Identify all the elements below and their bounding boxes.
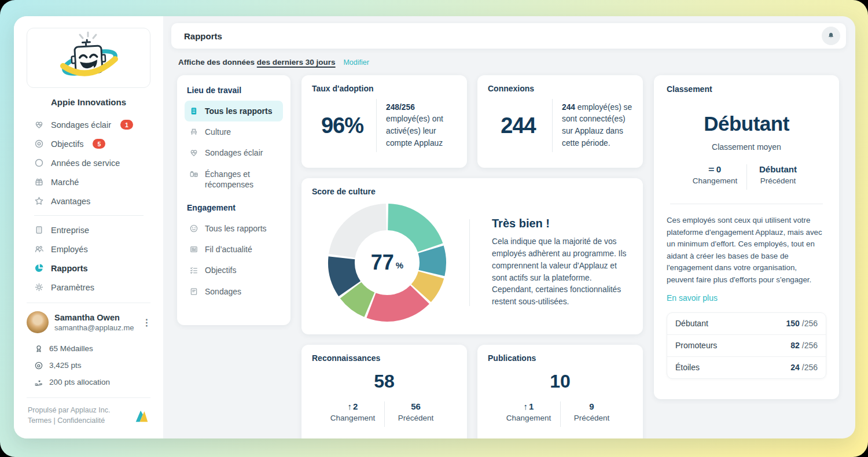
legal-links[interactable]: Termes | Confidencialité <box>28 416 110 426</box>
sidebar-footer: Propulsé par Applauz Inc. Termes | Confi… <box>27 397 150 426</box>
target-icon <box>34 139 44 149</box>
recognitions-value: 58 <box>312 371 457 392</box>
company-name: Appie Innovations <box>27 97 150 107</box>
sidebar-item-objectifs[interactable]: Objectifs 5 <box>27 134 150 153</box>
checklist-icon <box>189 266 198 275</box>
publications-title: Publications <box>488 353 632 363</box>
notification-badge: 1 <box>120 120 133 130</box>
table-row: Promoteurs 82 /256 <box>667 334 826 356</box>
sidebar-item-avantages[interactable]: Avantages <box>27 191 150 211</box>
avatar <box>27 311 49 333</box>
ranking-level: Débutant <box>667 112 826 135</box>
star-icon <box>34 196 44 206</box>
learn-more-link[interactable]: En savoir plus <box>667 293 718 303</box>
stat-allocation: 200 pts allocation <box>27 374 150 390</box>
notifications-button[interactable] <box>822 27 840 45</box>
content-grid: Lieu de travail Tous les rapports Cultur… <box>177 75 846 438</box>
sidebar: Appie Innovations Sondages éclair 1 Obje… <box>14 16 163 438</box>
main-area: Rapports Affiche des données des dernier… <box>163 16 855 438</box>
chair-icon <box>189 127 198 137</box>
screen: Appie Innovations Sondages éclair 1 Obje… <box>0 0 868 457</box>
points-icon <box>34 361 43 370</box>
sidebar-item-entreprise[interactable]: Entreprise <box>27 220 150 239</box>
donut-center-label: 77 % <box>326 201 448 324</box>
stat-medals: 65 Médailles <box>27 340 150 357</box>
user-card: Samantha Owen samantha@applauz.me ⋮ 65 M… <box>27 303 150 390</box>
modify-link[interactable]: Modifier <box>343 58 369 67</box>
user-name: Samantha Owen <box>54 313 134 322</box>
culture-description: Cela indique que la majorité de vos empl… <box>492 236 630 308</box>
publications-value: 10 <box>488 371 632 392</box>
building-icon <box>34 225 44 235</box>
ranking-subtitle: Classement moyen <box>667 142 826 152</box>
divider <box>670 204 823 204</box>
sidebar-nav-secondary: Entreprise Employés Rapports Paramètres <box>27 220 150 297</box>
page-title: Rapports <box>184 31 222 41</box>
section-title-lieu-de-travail: Lieu de travail <box>187 86 281 95</box>
equals-icon: = <box>708 164 715 174</box>
divider <box>552 99 553 152</box>
adoption-description: 248/256 employé(es) ont activé(es) leur … <box>386 102 457 150</box>
medal-icon <box>34 344 43 353</box>
report-nav-item-fil-dactualite[interactable]: Fil d’actualité <box>185 239 283 260</box>
ranking-previous: Débutant Précédent <box>747 164 810 190</box>
section-title-engagement: Engagement <box>187 203 281 212</box>
connections-value: 244 <box>488 113 549 138</box>
adoption-card: Taux d'adoption 96% 248/256 employé(es) … <box>301 75 467 168</box>
app-window: Appie Innovations Sondages éclair 1 Obje… <box>14 16 855 438</box>
ranking-card: Classement Débutant Classement moyen =0 … <box>654 75 839 399</box>
gear-icon <box>34 282 44 292</box>
arrow-up-icon: ↑ <box>348 401 352 411</box>
divider <box>376 99 377 152</box>
table-row: Étoiles 24 /256 <box>667 356 826 378</box>
ranking-description: Ces employés sont ceux qui utilisent vot… <box>667 215 826 286</box>
company-logo-card <box>27 28 150 88</box>
report-nav-item-sondages-eclair[interactable]: Sondages éclair <box>185 142 283 163</box>
adoption-title: Taux d'adoption <box>312 84 457 93</box>
ring-icon <box>34 158 44 168</box>
applauz-logo-icon <box>134 409 149 423</box>
connections-description: 244 employé(es) se sont connecté(es) sur… <box>562 102 632 150</box>
report-nav-item-eng-objectifs[interactable]: Objectifs <box>185 260 283 281</box>
sidebar-item-annees-de-service[interactable]: Années de service <box>27 153 150 172</box>
powered-by: Propulsé par Applauz Inc. <box>28 406 110 416</box>
recognitions-previous: 56 Précédent <box>385 401 447 427</box>
publications-previous: 9 Précédent <box>561 401 623 427</box>
sidebar-divider <box>34 215 144 216</box>
sidebar-item-employes[interactable]: Employés <box>27 239 150 259</box>
report-nav-item-tous-les-rapports[interactable]: Tous les rapports <box>185 101 283 121</box>
heart-pulse-icon <box>189 148 198 157</box>
publications-change: ↑1 Changement <box>498 401 560 427</box>
culture-headline: Très bien ! <box>492 217 630 230</box>
filter-range: des derniers 30 jours <box>257 58 336 67</box>
culture-title: Score de culture <box>312 187 632 196</box>
bell-icon <box>826 31 836 41</box>
divider <box>469 219 470 306</box>
table-row: Débutant 150 /256 <box>667 313 826 334</box>
report-nav-item-eng-tous-les-rapports[interactable]: Tous les rapports <box>185 218 283 239</box>
report-nav-item-sondages[interactable]: Sondages <box>185 281 283 302</box>
culture-score-card: Score de culture 77 % Très bien ! <box>301 178 643 334</box>
rewards-icon <box>189 169 198 179</box>
kebab-menu-icon[interactable]: ⋮ <box>140 316 154 329</box>
stat-points: 3,425 pts <box>27 357 150 374</box>
top-bar: Rapports <box>171 23 846 49</box>
user-email: samantha@applauz.me <box>54 323 134 332</box>
sidebar-item-parametres[interactable]: Paramètres <box>27 278 150 297</box>
ranking-title: Classement <box>667 84 826 94</box>
recognitions-change: ↑2 Changement <box>322 401 384 427</box>
recognitions-card: Reconnaissances 58 ↑2 Changement 56 Préc… <box>301 345 467 438</box>
user-stats: 65 Médailles 3,425 pts 200 pts allocatio… <box>27 340 150 390</box>
report-nav-item-culture[interactable]: Culture <box>185 121 283 142</box>
sidebar-item-marche[interactable]: Marché <box>27 172 150 191</box>
sidebar-item-sondages-eclair[interactable]: Sondages éclair 1 <box>27 115 150 134</box>
date-filter: Affiche des données des derniers 30 jour… <box>178 58 846 67</box>
connections-card: Connexions 244 244 employé(es) se sont c… <box>477 75 643 168</box>
gift-icon <box>34 177 44 187</box>
sidebar-item-rapports[interactable]: Rapports <box>27 259 150 278</box>
report-nav-item-echanges-et-recompenses[interactable]: Échanges et récompenses <box>185 164 283 195</box>
connections-title: Connexions <box>488 84 632 93</box>
building-icon <box>189 106 198 116</box>
newsfeed-icon <box>189 245 198 254</box>
pie-chart-icon <box>34 263 44 273</box>
